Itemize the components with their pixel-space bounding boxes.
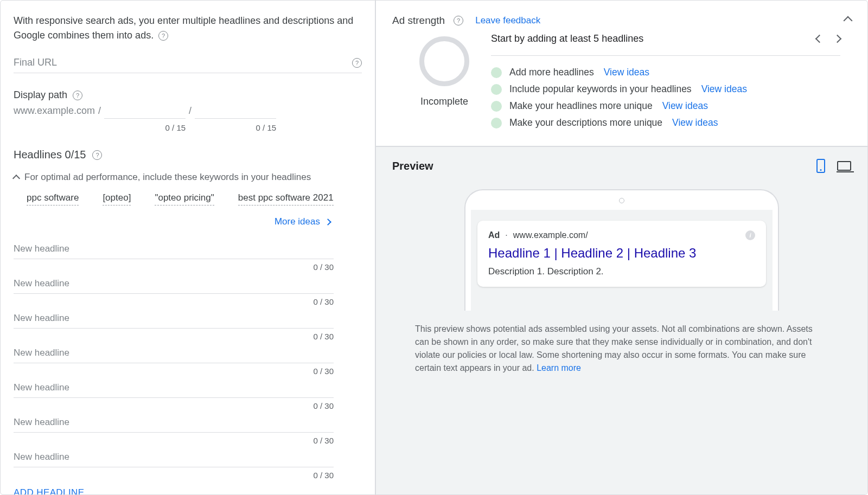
ad-url: www.example.com/ [513, 230, 588, 240]
headline-input[interactable] [14, 412, 334, 433]
more-ideas-link[interactable]: More ideas [14, 216, 362, 227]
tip-dot-icon [491, 101, 502, 112]
strength-status: Incomplete [420, 96, 468, 107]
tip-dot-icon [491, 67, 502, 78]
headline-input[interactable] [14, 273, 334, 294]
path-counter-1: 0 / 15 [165, 123, 186, 132]
ad-strength-title: Ad strength [392, 15, 445, 27]
keyword-suggestion-toggle[interactable]: For optimal ad performance, include thes… [14, 172, 362, 183]
display-path-label: Display path [14, 89, 67, 101]
view-ideas-link[interactable]: View ideas [672, 117, 718, 128]
tips-title: Start by adding at least 5 headlines [491, 33, 643, 44]
headline-input[interactable] [14, 307, 334, 329]
help-icon[interactable]: ? [454, 16, 463, 25]
keyword-chip[interactable]: [opteo] [103, 192, 131, 205]
info-icon[interactable]: i [745, 230, 755, 240]
tip-dot-icon [491, 84, 502, 95]
keyword-chip[interactable]: "opteo pricing" [155, 192, 214, 205]
final-url-label[interactable]: Final URL [14, 57, 350, 68]
strength-ring-icon [419, 36, 469, 86]
ad-headline: Headline 1 | Headline 2 | Headline 3 [488, 246, 755, 261]
ad-description: Description 1. Description 2. [488, 266, 755, 277]
headline-counter: 0 / 30 [14, 262, 334, 272]
help-icon[interactable]: ? [158, 31, 168, 41]
view-ideas-link[interactable]: View ideas [701, 83, 747, 95]
view-ideas-link[interactable]: View ideas [662, 100, 708, 112]
headline-input[interactable] [14, 446, 334, 467]
tip-row: Make your descriptions more uniqueView i… [491, 117, 840, 128]
tip-row: Make your headlines more uniqueView idea… [491, 100, 840, 112]
headline-input[interactable] [14, 342, 334, 363]
chevron-right-icon [324, 218, 331, 226]
help-icon[interactable]: ? [352, 58, 362, 68]
intro-text: With responsive search ads, you enter mu… [14, 14, 362, 43]
leave-feedback-link[interactable]: Leave feedback [475, 15, 540, 26]
keyword-chip[interactable]: ppc software [27, 192, 79, 205]
headline-counter: 0 / 30 [14, 332, 334, 341]
display-path-prefix: www.example.com [14, 105, 95, 117]
tip-row: Include popular keywords in your headlin… [491, 83, 840, 95]
chevron-up-icon [12, 175, 20, 182]
headline-counter: 0 / 30 [14, 367, 334, 376]
ad-tag: Ad [488, 230, 500, 240]
mobile-preview-button[interactable] [816, 159, 825, 173]
tip-row: Add more headlinesView ideas [491, 67, 840, 78]
headline-counter: 0 / 30 [14, 297, 334, 306]
help-icon[interactable]: ? [73, 91, 82, 100]
display-path-input-2[interactable] [195, 104, 276, 119]
view-ideas-link[interactable]: View ideas [604, 67, 649, 78]
add-headline-button[interactable]: ADD HEADLINE [14, 487, 362, 494]
phone-speaker-icon [619, 198, 624, 203]
headline-counter: 0 / 30 [14, 401, 334, 410]
display-path-input-1[interactable] [104, 104, 186, 119]
chevron-up-icon [844, 16, 853, 25]
headline-input[interactable] [14, 377, 334, 398]
next-tip-button[interactable] [833, 35, 842, 43]
tip-dot-icon [491, 118, 502, 128]
phone-preview-frame: Ad · www.example.com/ i Headline 1 | Hea… [464, 189, 779, 311]
help-icon[interactable]: ? [92, 150, 102, 160]
collapse-button[interactable] [845, 15, 851, 26]
headline-input[interactable] [14, 238, 334, 259]
ad-preview-card: Ad · www.example.com/ i Headline 1 | Hea… [477, 221, 766, 287]
keyword-chip[interactable]: best ppc software 2021 [238, 192, 334, 205]
headline-counter: 0 / 30 [14, 471, 334, 480]
desktop-preview-button[interactable] [837, 161, 851, 171]
preview-note: This preview shows potential ads assembl… [392, 323, 851, 375]
learn-more-link[interactable]: Learn more [537, 363, 581, 372]
prev-tip-button[interactable] [815, 35, 824, 43]
path-counter-2: 0 / 15 [256, 123, 277, 132]
preview-title: Preview [392, 160, 433, 172]
headlines-section-title: Headlines 0/15 [14, 149, 86, 161]
headline-counter: 0 / 30 [14, 436, 334, 445]
